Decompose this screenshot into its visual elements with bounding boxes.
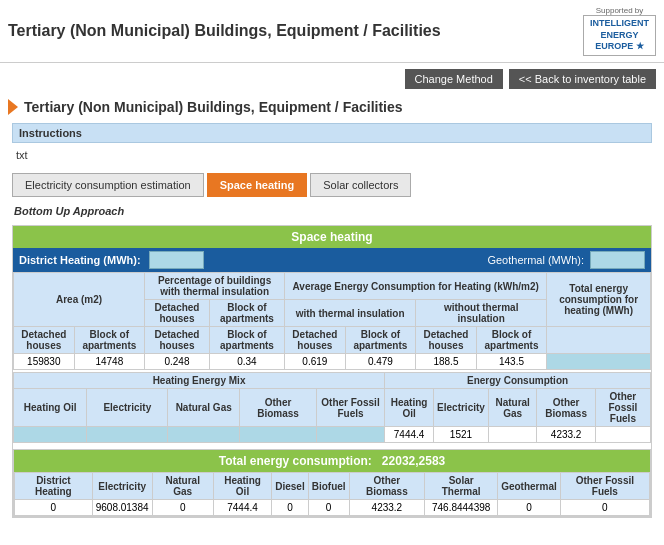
tabs-row: Electricity consumption estimation Space…	[6, 169, 658, 201]
col-pct-block: Block of apartments	[209, 327, 284, 354]
avg-without-block: 143.5	[476, 354, 547, 370]
pct-detached: 0.248	[145, 354, 210, 370]
ec-col-1: Electricity	[434, 389, 489, 427]
mix-col-2: Natural Gas	[168, 389, 240, 427]
total-energy-cell[interactable]	[547, 354, 651, 370]
ec-val-0: 7444.4	[385, 427, 434, 443]
mix-val-4[interactable]	[316, 427, 384, 443]
bot-val-4: 0	[272, 500, 308, 516]
space-heating-header: Space heating	[13, 226, 651, 248]
area-block: 14748	[74, 354, 145, 370]
mix-input-0[interactable]	[17, 429, 83, 440]
col-block: Block of apartments	[74, 327, 145, 354]
mix-input-4[interactable]	[320, 429, 381, 440]
col-detached: Detached houses	[14, 327, 75, 354]
col-total	[547, 327, 651, 354]
ec-val-4	[595, 427, 650, 443]
ec-col-0: Heating Oil	[385, 389, 434, 427]
tab-solar-collectors[interactable]: Solar collectors	[310, 173, 411, 197]
total-energy-header: Total energy consumption for heating (MW…	[547, 273, 651, 327]
col-with-detached: Detached houses	[285, 327, 346, 354]
energy-consumption-header: Energy Consumption	[385, 373, 651, 389]
bot-col-fossil: Other Fossil Fuels	[560, 473, 649, 500]
district-label: District Heating (MWh):	[19, 254, 141, 266]
mix-val-3[interactable]	[240, 427, 317, 443]
mix-input-3[interactable]	[243, 429, 313, 440]
mix-col-0: Heating Oil	[14, 389, 87, 427]
tab-space-heating[interactable]: Space heating	[207, 173, 308, 197]
bot-col-diesel: Diesel	[272, 473, 308, 500]
without-thermal-header: without thermal insulation	[416, 300, 547, 327]
back-to-inventory-button[interactable]: << Back to inventory table	[509, 69, 656, 89]
instructions-bar: Instructions	[12, 123, 652, 143]
pct-block: 0.34	[209, 354, 284, 370]
avg-with-detached: 0.619	[285, 354, 346, 370]
mix-input-2[interactable]	[171, 429, 236, 440]
bot-col-district: District Heating	[15, 473, 93, 500]
bot-col-electricity: Electricity	[92, 473, 152, 500]
avg-energy-header: Average Energy Consumption for Heating (…	[285, 273, 547, 300]
bot-val-3: 7444.4	[213, 500, 271, 516]
tab-electricity[interactable]: Electricity consumption estimation	[12, 173, 204, 197]
mix-val-0[interactable]	[14, 427, 87, 443]
heating-mix-header: Heating Energy Mix	[14, 373, 385, 389]
geo-label: Geothermal (MWh):	[487, 254, 584, 266]
with-thermal-header: with thermal insulation	[285, 300, 416, 327]
ec-col-2: Natural Gas	[488, 389, 537, 427]
ec-val-2	[488, 427, 537, 443]
area-detached: 159830	[14, 354, 75, 370]
bot-val-7: 746.8444398	[425, 500, 498, 516]
bot-col-biofuel: Biofuel	[308, 473, 349, 500]
district-value-input[interactable]	[149, 251, 204, 269]
page-title: Tertiary (Non Municipal) Buildings, Equi…	[8, 22, 441, 40]
ec-col-4: Other Fossil Fuels	[595, 389, 650, 427]
change-method-button[interactable]: Change Method	[405, 69, 503, 89]
total-energy-input[interactable]	[550, 356, 647, 367]
bot-val-6: 4233.2	[349, 500, 425, 516]
mix-col-3: Other Biomass	[240, 389, 317, 427]
top-buttons: Change Method << Back to inventory table	[0, 63, 664, 95]
col-without-block: Block of apartments	[476, 327, 547, 354]
col-with-block: Block of apartments	[345, 327, 416, 354]
bot-col-geo: Geothermal	[498, 473, 561, 500]
bot-col-heating-oil: Heating Oil	[213, 473, 271, 500]
instructions-text: txt	[12, 147, 652, 163]
district-geo-row: District Heating (MWh): Geothermal (MWh)…	[13, 248, 651, 272]
area-header: Area (m2)	[14, 273, 145, 327]
bot-val-5: 0	[308, 500, 349, 516]
section-title: Tertiary (Non Municipal) Buildings, Equi…	[0, 95, 664, 119]
geo-section: Geothermal (MWh):	[487, 251, 645, 269]
space-heating-section: Space heating District Heating (MWh): Ge…	[12, 225, 652, 518]
mix-val-1[interactable]	[87, 427, 168, 443]
bot-val-2: 0	[152, 500, 213, 516]
total-consumption-label: Total energy consumption:	[219, 454, 372, 468]
total-consumption-value: 22032,2583	[382, 454, 445, 468]
total-energy-bar: Total energy consumption: 22032,2583	[14, 450, 650, 472]
bot-col-solar: Solar Thermal	[425, 473, 498, 500]
geo-value-input[interactable]	[590, 251, 645, 269]
total-consumption-section: Total energy consumption: 22032,2583 Dis…	[13, 449, 651, 517]
bot-val-8: 0	[498, 500, 561, 516]
avg-without-detached: 188.5	[416, 354, 477, 370]
percentage-header: Percentage of buildings with thermal ins…	[145, 273, 285, 300]
mix-col-4: Other Fossil Fuels	[316, 389, 384, 427]
bot-val-9: 0	[560, 500, 649, 516]
orange-arrow-icon	[8, 99, 18, 115]
heating-mix-table: Heating Energy Mix Energy Consumption He…	[13, 372, 651, 443]
bot-col-natural-gas: Natural Gas	[152, 473, 213, 500]
ec-val-3: 4233.2	[537, 427, 595, 443]
logo-box: INTELLIGENTENERGYEUROPE ★	[583, 15, 656, 56]
bot-val-0: 0	[15, 500, 93, 516]
pct-detached-header: Detached houses	[145, 300, 210, 327]
bot-col-other-biomass: Other Biomass	[349, 473, 425, 500]
bottom-values-row: 0 9608.01384 0 7444.4 0 0 4233.2 746.844…	[15, 500, 650, 516]
mix-val-2[interactable]	[168, 427, 240, 443]
mix-col-1: Electricity	[87, 389, 168, 427]
bottom-up-label: Bottom Up Approach	[6, 201, 658, 221]
mix-values-row: 7444.4 1521 4233.2	[14, 427, 651, 443]
col-pct-detached: Detached houses	[145, 327, 210, 354]
pct-block-header: Block of apartments	[209, 300, 284, 327]
mix-input-1[interactable]	[90, 429, 164, 440]
area-energy-table: Area (m2) Percentage of buildings with t…	[13, 272, 651, 370]
logo-supported: Supported by	[596, 6, 644, 15]
